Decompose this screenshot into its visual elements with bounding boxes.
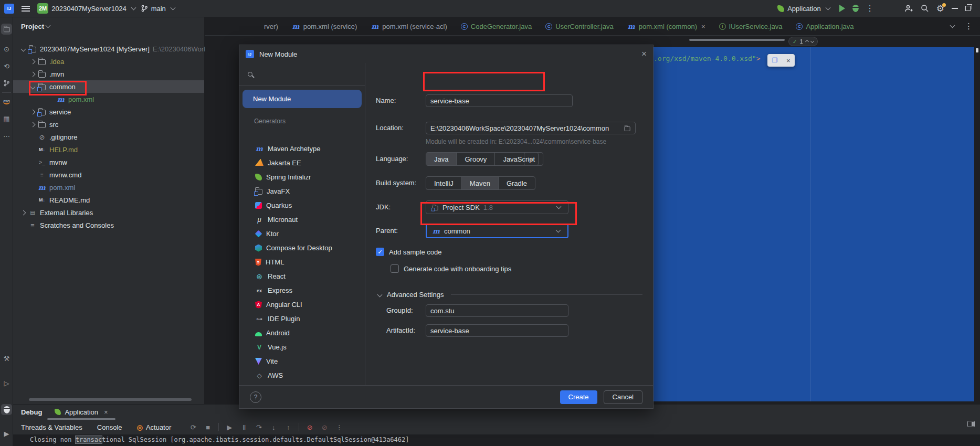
tree-item-mvnw.cmd[interactable]: ≡mvnw.cmd [13,168,204,181]
generator-item-maven-archetype[interactable]: mMaven Archetype [239,142,365,156]
generator-item-react[interactable]: ⊛React [239,269,365,283]
editor-tab-iuserservice.java[interactable]: IIUserService.java [712,17,789,35]
project-switcher[interactable]: 20230407MyServer1024 [51,5,126,13]
inspections-widget[interactable]: ✓ 1 [788,37,818,46]
chevron-collapsed-icon[interactable] [28,72,37,76]
generator-item-quarkus[interactable]: Quarkus [239,198,365,213]
main-menu-icon[interactable] [22,6,30,12]
generator-item-aws[interactable]: ◇AWS [239,368,365,383]
services-tool-icon[interactable]: ▶ [1,428,12,439]
browse-folder-icon[interactable] [624,126,630,131]
generator-search-field[interactable] [239,63,365,86]
editor-tab-codegenerator.java[interactable]: CCodeGenerator.java [454,17,539,35]
project-tool-icon[interactable] [1,24,12,35]
add-sample-code-checkbox[interactable]: ✓ Add sample code [376,248,441,256]
chevron-collapsed-icon[interactable] [18,211,28,215]
nav-item-new-module[interactable]: New Module [243,90,362,108]
editor-tab-application.java[interactable]: CApplication.java [789,17,860,35]
horizontal-scrollbar[interactable] [29,398,192,401]
chevron-collapsed-icon[interactable] [28,110,37,114]
generator-item-angular-cli[interactable]: AAngular CLI [239,298,365,312]
editor-tab-usercontroller.java[interactable]: CUserController.java [539,17,620,35]
pull-requests-icon[interactable]: ⟲ [1,61,12,72]
layout-settings-icon[interactable] [967,421,975,427]
close-tab-icon[interactable]: × [701,23,705,30]
tree-item-pom.xml[interactable]: mpom.xml [13,181,204,194]
parent-dropdown[interactable]: m common [426,224,568,238]
run-config-selector[interactable]: Application [777,5,832,13]
onboarding-tips-checkbox[interactable]: Generate code with onboarding tips [391,264,511,273]
tab-actuator[interactable]: ◎ Actuator [137,423,172,431]
tree-item-src[interactable]: src [13,118,204,131]
run-tool-icon[interactable]: ▷ [1,378,12,389]
generator-item-micronaut[interactable]: μMicronaut [239,213,365,227]
maximize-icon[interactable] [965,6,971,11]
editor-tab-pom.xml-common-[interactable]: mpom.xml (common)× [620,17,712,35]
editor-tab-pom.xml-service-[interactable]: mpom.xml (service) [285,17,364,35]
help-button[interactable]: ? [250,391,261,403]
tree-item-.mvn[interactable]: .mvn [13,68,204,80]
debug-tool-icon[interactable] [1,404,12,415]
generator-item-spring-initializr[interactable]: Spring Initializr [239,170,365,184]
build-tool-icon[interactable]: ⚒ [1,353,12,364]
generator-item-express[interactable]: exExpress [239,283,365,298]
build-system-option-maven[interactable]: Maven [462,177,499,189]
name-input[interactable]: service-base [426,94,573,107]
tab-threads-variables[interactable]: Threads & Variables [21,423,82,431]
more-icon[interactable]: ⋮ [965,22,973,31]
step-into-icon[interactable]: ↓ [269,423,278,431]
pause-icon[interactable]: Ⅱ [240,423,248,431]
more-tools-icon[interactable]: ⋯ [1,131,12,142]
build-system-option-gradle[interactable]: Gradle [499,177,535,189]
location-input[interactable]: E:\20230406WorkSpace\20230407MyServer102… [426,122,636,134]
step-over-icon[interactable]: ↷ [255,423,263,431]
jdk-dropdown[interactable]: Project SDK 1.8 [426,200,568,214]
language-option-java[interactable]: Java [426,153,457,165]
resume-icon[interactable]: ▶ [225,423,234,431]
tree-item-pom.xml[interactable]: mpom.xml [13,93,204,105]
generator-item-ide-plugin[interactable]: ⊶IDE Plugin [239,312,365,326]
debug-button[interactable] [852,5,859,12]
editor-tab-pom.xml-service-acl-[interactable]: mpom.xml (service-acl) [364,17,454,35]
add-user-icon[interactable] [904,5,913,13]
aws-tool-icon[interactable]: aws [1,96,12,107]
editor-tab-rver-[interactable]: rver) [257,17,285,35]
generator-item-vite[interactable]: Vite [239,354,365,368]
tree-item-common[interactable]: common [13,80,204,93]
close-icon[interactable]: × [104,408,108,416]
tree-item-.gitignore[interactable]: ⊘.gitignore [13,131,204,143]
artifactid-input[interactable]: service-base [426,324,568,337]
chevron-expanded-icon[interactable] [18,47,28,51]
mute-breakpoints-icon[interactable]: ⊘ [305,423,314,431]
chevron-down-icon[interactable] [810,39,814,43]
groupid-input[interactable]: com.stu [426,304,568,317]
tabs-overflow-icon[interactable] [950,23,955,28]
minimize-icon[interactable] [952,8,958,9]
structure-tool-icon[interactable]: ▦ [1,113,12,124]
rerun-icon[interactable]: ⟳ [189,423,197,431]
chevron-collapsed-icon[interactable] [28,60,37,63]
language-option-groovy[interactable]: Groovy [457,153,495,165]
chevron-up-icon[interactable] [805,40,808,44]
run-button[interactable] [839,5,845,12]
search-icon[interactable] [921,4,929,13]
project-panel-header[interactable]: Project [13,17,204,35]
advanced-settings-toggle[interactable]: Advanced Settings [376,291,642,299]
tree-item-mvnw[interactable]: >_mvnw [13,156,204,168]
generator-item-compose-for-desktop[interactable]: Compose for Desktop [239,241,365,255]
chevron-expanded-icon[interactable] [28,85,37,89]
tabs-scrollbar-thumb[interactable] [689,39,785,41]
step-out-icon[interactable]: ↑ [284,423,292,431]
dialog-close-button[interactable]: × [641,49,647,59]
more-actions-icon[interactable]: ⋮ [866,4,874,13]
commit-tool-icon[interactable]: ⊙ [1,44,12,55]
tree-item-scratches-and-consoles[interactable]: ≣Scratches and Consoles [13,219,204,231]
cancel-button[interactable]: Cancel [604,390,642,404]
tree-item-service[interactable]: service [13,105,204,118]
stop-icon[interactable]: ■ [204,423,212,431]
generator-item-ktor[interactable]: Ktor [239,227,365,241]
close-icon[interactable]: × [786,57,791,65]
build-system-option-intellij[interactable]: IntelliJ [426,177,462,189]
git-tool-icon[interactable] [1,78,12,89]
tree-item-.idea[interactable]: .idea [13,55,204,68]
